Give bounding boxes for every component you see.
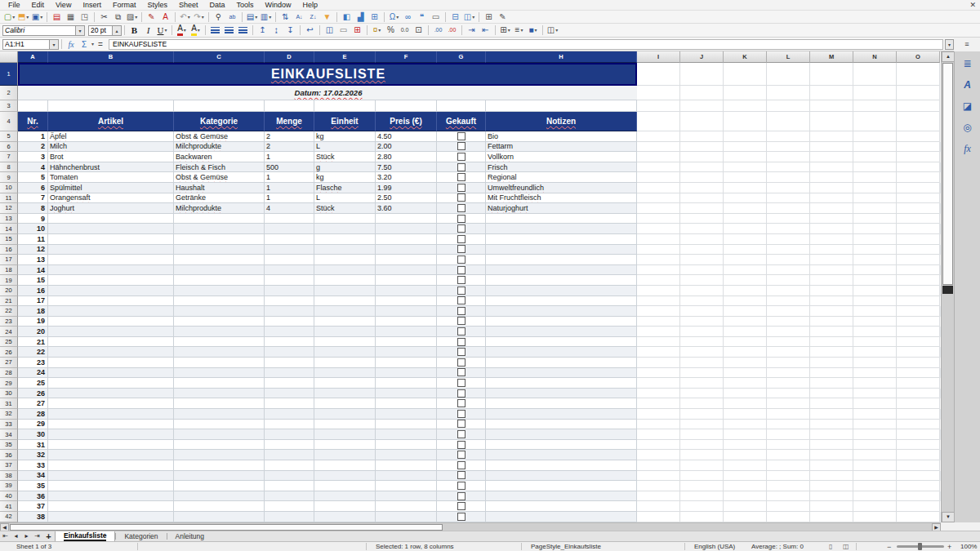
empty-cell[interactable] <box>724 337 767 348</box>
empty-cell[interactable] <box>680 234 724 245</box>
new-document-icon[interactable]: ▢▾ <box>3 11 16 23</box>
row-header-27[interactable]: 27 <box>0 358 18 368</box>
cell-notizen[interactable] <box>486 460 637 471</box>
empty-cell[interactable] <box>637 162 680 173</box>
empty-cell[interactable] <box>853 358 897 368</box>
cell-artikel[interactable] <box>48 512 174 522</box>
cell-gekauft[interactable] <box>437 450 486 460</box>
function-wizard-icon[interactable]: fx <box>65 40 78 49</box>
cell-artikel[interactable] <box>48 255 174 265</box>
cell-nr[interactable]: 24 <box>18 368 48 379</box>
empty-cell[interactable] <box>810 265 853 276</box>
empty-cell[interactable] <box>724 409 767 420</box>
cell-einheit[interactable] <box>314 337 376 348</box>
sheet-nav-icon-3[interactable]: ⇥ <box>32 531 42 541</box>
empty-cell[interactable] <box>767 460 810 471</box>
empty-cell[interactable] <box>680 481 724 491</box>
cell-preis[interactable] <box>376 471 437 482</box>
cell-einheit[interactable] <box>314 255 376 265</box>
cell-gekauft[interactable] <box>437 234 486 245</box>
cell-notizen[interactable]: Bio <box>486 131 637 142</box>
empty-cell[interactable] <box>680 512 724 522</box>
cell-einheit[interactable]: L <box>314 142 376 153</box>
empty-cell[interactable] <box>810 193 853 204</box>
row-header-15[interactable]: 15 <box>0 234 18 245</box>
empty-cell[interactable] <box>897 501 940 512</box>
cell-menge[interactable] <box>265 389 314 399</box>
gekauft-checkbox[interactable] <box>457 266 466 274</box>
gekauft-checkbox[interactable] <box>457 245 466 253</box>
cell-preis[interactable] <box>376 214 437 224</box>
empty-cell[interactable] <box>897 100 940 112</box>
empty-cell[interactable] <box>724 234 767 245</box>
empty-cell[interactable] <box>724 193 767 204</box>
cell-preis[interactable] <box>376 368 437 379</box>
scroll-up-icon[interactable]: ▲ <box>942 51 955 62</box>
insert-chart-icon[interactable]: ▟ <box>354 11 367 23</box>
sheet-nav-icon-2[interactable]: ▸ <box>21 531 32 541</box>
cell-einheit[interactable] <box>314 214 376 224</box>
cell-kategorie[interactable] <box>174 491 265 502</box>
cell-gekauft[interactable] <box>437 378 486 389</box>
empty-cell[interactable] <box>853 100 897 112</box>
column-header-A[interactable]: A <box>18 51 48 63</box>
cell-kategorie[interactable]: Backwaren <box>174 152 265 162</box>
cell-einheit[interactable] <box>314 224 376 234</box>
empty-cell[interactable] <box>767 86 810 100</box>
cell-nr[interactable]: 8 <box>18 203 48 214</box>
column-header-C[interactable]: C <box>174 51 265 63</box>
number-format-icon[interactable]: 0.0 <box>399 24 411 36</box>
cell-einheit[interactable]: kg <box>314 172 376 183</box>
sort-descending-icon[interactable]: Z↓ <box>307 11 319 23</box>
empty-cell[interactable] <box>637 501 680 512</box>
empty-cell[interactable] <box>724 368 767 379</box>
empty-cell[interactable] <box>810 172 853 183</box>
cell-gekauft[interactable] <box>437 193 486 204</box>
empty-cell[interactable] <box>853 142 897 153</box>
empty-cell[interactable] <box>897 512 940 522</box>
empty-cell[interactable] <box>853 460 897 471</box>
cell-artikel[interactable] <box>48 275 174 286</box>
row-header-11[interactable]: 11 <box>0 193 18 204</box>
row-header-32[interactable]: 32 <box>0 409 18 420</box>
cell-nr[interactable]: 25 <box>18 378 48 389</box>
empty-cell[interactable] <box>897 306 940 317</box>
cell-menge[interactable] <box>265 471 314 482</box>
empty-cell[interactable] <box>810 491 853 502</box>
cell-artikel[interactable] <box>48 409 174 420</box>
cell-preis[interactable] <box>376 265 437 276</box>
empty-cell[interactable] <box>637 481 680 491</box>
cut-icon[interactable]: ✂ <box>98 11 110 23</box>
empty-cell[interactable] <box>637 398 680 409</box>
empty-cell[interactable] <box>724 491 767 502</box>
hyperlink-icon[interactable]: ∞ <box>402 11 414 23</box>
empty-cell[interactable] <box>853 172 897 183</box>
row-header-4[interactable]: 4 <box>0 112 18 131</box>
gekauft-checkbox[interactable] <box>457 399 466 407</box>
empty-cell[interactable] <box>724 63 767 86</box>
cell-gekauft[interactable] <box>437 245 486 256</box>
empty-cell[interactable] <box>853 317 897 327</box>
empty-cell[interactable] <box>767 172 810 183</box>
empty-cell[interactable] <box>810 112 853 131</box>
cell-kategorie[interactable] <box>174 460 265 471</box>
freeze-panes-icon[interactable]: ◫▾ <box>463 11 475 23</box>
empty-cell[interactable] <box>767 398 810 409</box>
empty-cell[interactable] <box>724 501 767 512</box>
cell-menge[interactable] <box>265 398 314 409</box>
cell-notizen[interactable] <box>486 491 637 502</box>
cell-notizen[interactable] <box>486 245 637 256</box>
empty-cell[interactable] <box>724 131 767 142</box>
cell-preis[interactable] <box>376 234 437 245</box>
empty-cell[interactable] <box>637 368 680 379</box>
align-bottom-icon[interactable]: ↧ <box>284 24 296 36</box>
name-box-input[interactable] <box>2 39 50 50</box>
empty-cell[interactable] <box>897 183 940 193</box>
column-header-E[interactable]: E <box>314 51 376 63</box>
gekauft-checkbox[interactable] <box>457 420 466 428</box>
font-name-dropdown-icon[interactable]: ▾ <box>76 25 85 36</box>
cell-preis[interactable]: 4.50 <box>376 131 437 142</box>
cell-nr[interactable]: 35 <box>18 481 48 491</box>
row-header-33[interactable]: 33 <box>0 420 18 430</box>
empty-cell[interactable] <box>853 86 897 100</box>
